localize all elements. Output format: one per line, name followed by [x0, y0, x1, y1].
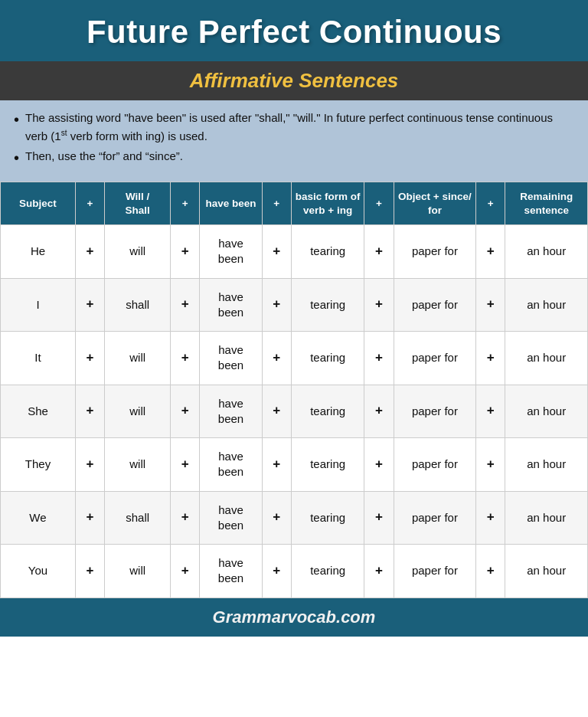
cell-object: paper for: [394, 332, 476, 385]
cell-plus-3: +: [262, 438, 291, 492]
footer-text: Grammarvocab.com: [15, 607, 573, 627]
cell-plus-1: +: [75, 332, 104, 385]
info-text-1: The assisting word "have been" is used a…: [25, 110, 574, 145]
cell-subject: You: [1, 545, 76, 598]
cell-have-been: havebeen: [200, 332, 262, 385]
cell-plus-4: +: [364, 385, 394, 438]
cell-plus-4: +: [364, 332, 394, 385]
table-row: You + will + havebeen + tearing + paper …: [1, 545, 588, 598]
cell-plus-3: +: [262, 545, 291, 598]
cell-have-been: havebeen: [200, 545, 262, 598]
cell-plus-2: +: [171, 332, 200, 385]
th-plus-2: +: [171, 182, 200, 225]
cell-plus-5: +: [476, 332, 505, 385]
header: Future Perfect Continuous: [0, 0, 588, 61]
cell-basic: tearing: [291, 545, 364, 598]
cell-have-been: havebeen: [200, 491, 262, 545]
cell-have-been: havebeen: [200, 385, 262, 438]
cell-basic: tearing: [291, 332, 364, 385]
info-text-2: Then, use the “for” and “since”.: [25, 148, 183, 165]
info-bullet-2: • Then, use the “for” and “since”.: [14, 148, 574, 168]
cell-plus-2: +: [171, 438, 200, 492]
cell-remaining: an hour: [505, 225, 588, 279]
cell-basic: tearing: [291, 385, 364, 438]
table-header-row: Subject + Will /Shall + have been + basi…: [1, 182, 588, 225]
cell-subject: It: [1, 332, 76, 385]
th-object: Object + since/ for: [394, 182, 476, 225]
cell-plus-5: +: [476, 545, 505, 598]
cell-will: shall: [105, 278, 171, 332]
cell-subject: We: [1, 491, 76, 545]
cell-object: paper for: [394, 545, 476, 598]
cell-plus-2: +: [171, 385, 200, 438]
cell-remaining: an hour: [505, 385, 588, 438]
cell-plus-5: +: [476, 438, 505, 492]
cell-object: paper for: [394, 225, 476, 279]
cell-plus-1: +: [75, 491, 104, 545]
cell-will: will: [105, 225, 171, 279]
cell-subject: She: [1, 385, 76, 438]
cell-subject: I: [1, 278, 76, 332]
cell-will: shall: [105, 491, 171, 545]
th-plus-4: +: [364, 182, 394, 225]
cell-subject: They: [1, 438, 76, 492]
grammar-table: Subject + Will /Shall + have been + basi…: [0, 182, 588, 598]
cell-object: paper for: [394, 438, 476, 492]
cell-plus-2: +: [171, 491, 200, 545]
th-will-shall: Will /Shall: [105, 182, 171, 225]
info-section: • The assisting word "have been" is used…: [0, 100, 588, 182]
cell-plus-2: +: [171, 545, 200, 598]
bullet-icon-2: •: [14, 148, 19, 168]
cell-plus-1: +: [75, 438, 104, 492]
cell-will: will: [105, 545, 171, 598]
th-basic-form: basic form of verb + ing: [291, 182, 364, 225]
th-plus-1: +: [75, 182, 104, 225]
table-row: She + will + havebeen + tearing + paper …: [1, 385, 588, 438]
cell-plus-1: +: [75, 225, 104, 279]
cell-plus-1: +: [75, 385, 104, 438]
th-have-been: have been: [200, 182, 262, 225]
cell-plus-4: +: [364, 491, 394, 545]
cell-object: paper for: [394, 278, 476, 332]
cell-basic: tearing: [291, 491, 364, 545]
cell-basic: tearing: [291, 438, 364, 492]
cell-plus-3: +: [262, 385, 291, 438]
info-bullet-1: • The assisting word "have been" is used…: [14, 110, 574, 145]
cell-plus-4: +: [364, 545, 394, 598]
cell-have-been: havebeen: [200, 225, 262, 279]
cell-object: paper for: [394, 385, 476, 438]
cell-remaining: an hour: [505, 491, 588, 545]
cell-object: paper for: [394, 491, 476, 545]
cell-basic: tearing: [291, 278, 364, 332]
th-plus-5: +: [476, 182, 505, 225]
table-row: They + will + havebeen + tearing + paper…: [1, 438, 588, 492]
th-subject: Subject: [1, 182, 76, 225]
cell-plus-2: +: [171, 278, 200, 332]
cell-remaining: an hour: [505, 332, 588, 385]
cell-plus-4: +: [364, 278, 394, 332]
cell-plus-3: +: [262, 332, 291, 385]
cell-plus-4: +: [364, 438, 394, 492]
table-row: It + will + havebeen + tearing + paper f…: [1, 332, 588, 385]
cell-plus-1: +: [75, 278, 104, 332]
subheader: Affirmative Sentences: [0, 61, 588, 100]
cell-remaining: an hour: [505, 545, 588, 598]
cell-plus-5: +: [476, 225, 505, 279]
cell-subject: He: [1, 225, 76, 279]
table-row: I + shall + havebeen + tearing + paper f…: [1, 278, 588, 332]
table-row: He + will + havebeen + tearing + paper f…: [1, 225, 588, 279]
cell-have-been: havebeen: [200, 438, 262, 492]
th-plus-3: +: [262, 182, 291, 225]
cell-have-been: havebeen: [200, 278, 262, 332]
cell-will: will: [105, 332, 171, 385]
table-body: He + will + havebeen + tearing + paper f…: [1, 225, 588, 598]
cell-will: will: [105, 385, 171, 438]
cell-plus-1: +: [75, 545, 104, 598]
cell-plus-5: +: [476, 385, 505, 438]
cell-plus-4: +: [364, 225, 394, 279]
cell-plus-5: +: [476, 491, 505, 545]
cell-basic: tearing: [291, 225, 364, 279]
main-title: Future Perfect Continuous: [15, 14, 573, 51]
cell-remaining: an hour: [505, 438, 588, 492]
th-remaining: Remaining sentence: [505, 182, 588, 225]
